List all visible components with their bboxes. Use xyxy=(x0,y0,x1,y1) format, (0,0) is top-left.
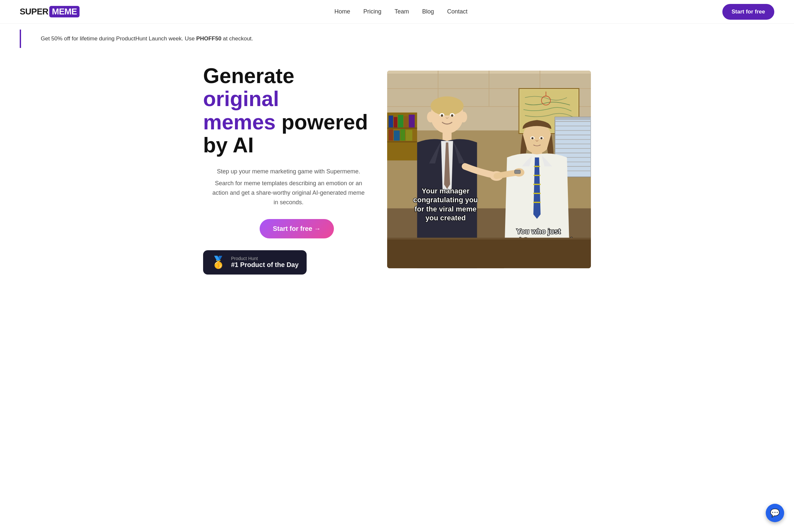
svg-rect-62 xyxy=(514,170,520,174)
hero-cta-button[interactable]: Start for free → xyxy=(260,219,334,239)
svg-rect-48 xyxy=(443,132,451,141)
hero-title-before: Generate xyxy=(203,64,294,88)
svg-text:Your manager: Your manager xyxy=(422,187,469,195)
svg-rect-14 xyxy=(404,116,408,128)
nav-pricing[interactable]: Pricing xyxy=(363,8,381,15)
nav-team[interactable]: Team xyxy=(395,8,409,15)
navbar: SUPER MEME Home Pricing Team Blog Contac… xyxy=(0,0,794,24)
product-hunt-badge[interactable]: 🥇 Product Hunt #1 Product of the Day xyxy=(203,250,307,274)
logo-meme-text: MEME xyxy=(49,6,79,17)
svg-rect-13 xyxy=(398,115,403,128)
svg-point-47 xyxy=(460,112,467,122)
banner-text-before: Get 50% off for lifetime during ProductH… xyxy=(41,36,196,42)
hero-meme-image: Your manager congratulating you for the … xyxy=(387,71,591,268)
nav-home[interactable]: Home xyxy=(334,8,350,15)
ph-label: Product Hunt xyxy=(231,256,299,261)
hero-section: Generate original memes poweredby AI Ste… xyxy=(183,48,611,294)
svg-rect-19 xyxy=(406,130,412,141)
svg-point-41 xyxy=(430,96,463,115)
svg-point-45 xyxy=(451,114,453,117)
svg-point-53 xyxy=(531,137,533,139)
svg-point-46 xyxy=(427,112,434,122)
hero-content: Generate original memes poweredby AI Ste… xyxy=(203,64,374,274)
hero-title-highlight1: original xyxy=(203,87,279,111)
svg-text:you created: you created xyxy=(425,214,466,222)
logo[interactable]: SUPER MEME xyxy=(20,6,79,17)
hero-description: Search for meme templates describing an … xyxy=(203,179,374,207)
promo-code: PHOFF50 xyxy=(196,36,222,42)
nav-links: Home Pricing Team Blog Contact xyxy=(334,8,467,15)
logo-super-text: SUPER xyxy=(20,6,48,17)
svg-text:for the viral meme: for the viral meme xyxy=(415,205,477,213)
svg-rect-15 xyxy=(409,115,415,128)
ph-title: #1 Product of the Day xyxy=(231,261,299,268)
svg-point-44 xyxy=(441,114,443,117)
nav-contact[interactable]: Contact xyxy=(447,8,468,15)
hero-subtitle: Step up your meme marketing game with Su… xyxy=(203,167,374,176)
svg-rect-12 xyxy=(394,117,397,128)
meme-container: Your manager congratulating you for the … xyxy=(387,71,591,268)
hero-title: Generate original memes poweredby AI xyxy=(203,64,374,157)
svg-point-54 xyxy=(540,137,542,139)
nav-cta-button[interactable]: Start for free xyxy=(722,4,774,20)
svg-rect-18 xyxy=(400,129,405,141)
promo-banner: Get 50% off for lifetime during ProductH… xyxy=(20,30,774,48)
svg-rect-69 xyxy=(387,239,591,268)
ph-medal-icon: 🥇 xyxy=(211,255,226,269)
hero-title-highlight2: memes xyxy=(203,110,276,134)
svg-rect-39 xyxy=(555,117,591,120)
svg-rect-70 xyxy=(387,238,591,240)
svg-text:You who just: You who just xyxy=(516,227,561,235)
svg-rect-16 xyxy=(389,129,393,141)
banner-text: Get 50% off for lifetime during ProductH… xyxy=(41,36,253,42)
ph-text: Product Hunt #1 Product of the Day xyxy=(231,256,299,269)
svg-rect-11 xyxy=(389,116,393,128)
banner-text-after: at checkout. xyxy=(222,36,253,42)
svg-rect-17 xyxy=(394,130,400,140)
meme-svg: Your manager congratulating you for the … xyxy=(387,71,591,268)
nav-blog[interactable]: Blog xyxy=(422,8,434,15)
svg-text:congratulating you: congratulating you xyxy=(413,196,478,204)
